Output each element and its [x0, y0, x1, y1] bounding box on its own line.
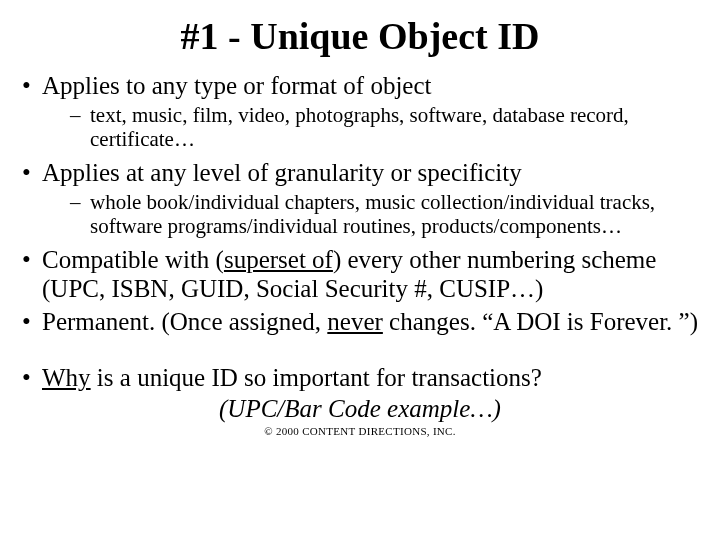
bullet-2-sub-list: whole book/individual chapters, music co…: [42, 190, 702, 238]
spacer: [18, 338, 702, 360]
bullet-3: Compatible with (superset of) every othe…: [18, 246, 702, 304]
slide-title: #1 - Unique Object ID: [18, 14, 702, 58]
bullet-list-2: Why is a unique ID so important for tran…: [18, 364, 702, 393]
bullet-list: Applies to any type or format of object …: [18, 72, 702, 336]
bullet-4-pre: Permanent. (Once assigned,: [42, 308, 327, 335]
bullet-2-sub: whole book/individual chapters, music co…: [42, 190, 702, 238]
bullet-1: Applies to any type or format of object …: [18, 72, 702, 151]
bullet-4: Permanent. (Once assigned, never changes…: [18, 308, 702, 337]
bullet-5-underline: Why: [42, 364, 91, 391]
bullet-4-underline: never: [327, 308, 383, 335]
bullet-5: Why is a unique ID so important for tran…: [18, 364, 702, 393]
bullet-1-text: Applies to any type or format of object: [42, 72, 431, 99]
copyright: © 2000 CONTENT DIRECTIONS, INC.: [18, 425, 702, 437]
bullet-2-text: Applies at any level of granularity or s…: [42, 159, 522, 186]
bullet-1-sub-list: text, music, film, video, photographs, s…: [42, 103, 702, 151]
slide: #1 - Unique Object ID Applies to any typ…: [0, 0, 720, 540]
bullet-4-post: changes. “A DOI is Forever. ”): [383, 308, 698, 335]
bullet-1-sub: text, music, film, video, photographs, s…: [42, 103, 702, 151]
example-line: (UPC/Bar Code example…): [18, 395, 702, 423]
bullet-3-pre: Compatible with (: [42, 246, 224, 273]
bullet-5-post: is a unique ID so important for transact…: [91, 364, 542, 391]
bullet-3-underline: superset of: [224, 246, 333, 273]
bullet-2: Applies at any level of granularity or s…: [18, 159, 702, 238]
